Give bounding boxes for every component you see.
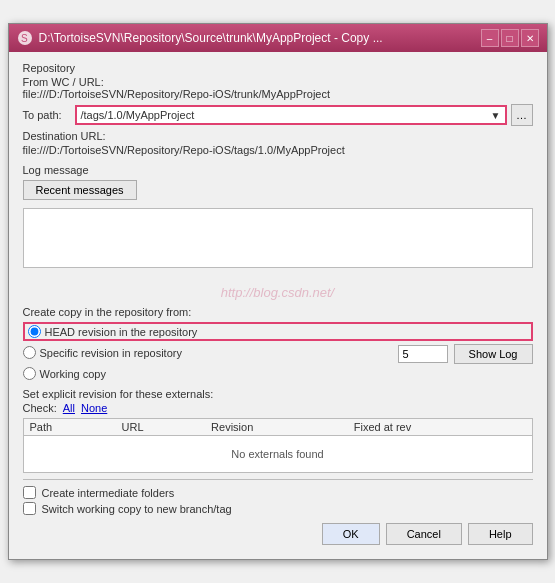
head-revision-row: HEAD revision in the repository: [23, 322, 533, 341]
working-copy-row: Working copy: [23, 367, 533, 380]
col-fixed-at-rev: Fixed at rev: [348, 419, 532, 436]
ok-button[interactable]: OK: [322, 523, 380, 545]
title-controls: – □ ✕: [481, 29, 539, 47]
main-window: S D:\TortoiseSVN\Repository\Source\trunk…: [8, 23, 548, 560]
externals-section: Set explicit revision for these external…: [23, 388, 533, 473]
revision-input[interactable]: 5: [398, 345, 448, 363]
head-revision-radio[interactable]: [28, 325, 41, 338]
separator: [23, 479, 533, 480]
create-intermediate-row: Create intermediate folders: [23, 486, 533, 499]
create-intermediate-label: Create intermediate folders: [42, 487, 175, 499]
copy-from-label: Create copy in the repository from:: [23, 306, 533, 318]
to-path-row: To path: /tags/1.0/MyAppProject ▼ …: [23, 104, 533, 126]
log-message-label: Log message: [23, 164, 533, 176]
no-externals-row: No externals found: [23, 436, 532, 473]
log-message-section: Log message Recent messages: [23, 164, 533, 271]
recent-messages-button[interactable]: Recent messages: [23, 180, 137, 200]
no-externals-text: No externals found: [23, 436, 532, 473]
check-row: Check: All None: [23, 402, 533, 414]
help-button[interactable]: Help: [468, 523, 533, 545]
close-button[interactable]: ✕: [521, 29, 539, 47]
from-wc-url-label: From WC / URL:: [23, 76, 533, 88]
title-bar: S D:\TortoiseSVN\Repository\Source\trunk…: [9, 24, 547, 52]
create-intermediate-checkbox[interactable]: [23, 486, 36, 499]
browse-button[interactable]: …: [511, 104, 533, 126]
destination-url-value: file:///D:/TortoiseSVN/Repository/Repo-i…: [23, 144, 533, 156]
switch-working-label: Switch working copy to new branch/tag: [42, 503, 232, 515]
cancel-button[interactable]: Cancel: [386, 523, 462, 545]
minimize-button[interactable]: –: [481, 29, 499, 47]
externals-table: Path URL Revision Fixed at rev No extern…: [23, 418, 533, 473]
to-path-value: /tags/1.0/MyAppProject: [81, 109, 195, 121]
watermark: http://blog.csdn.net/: [23, 279, 533, 306]
check-label: Check:: [23, 402, 57, 414]
bottom-checkboxes: Create intermediate folders Switch worki…: [23, 486, 533, 515]
log-message-textarea[interactable]: [23, 208, 533, 268]
window-title: D:\TortoiseSVN\Repository\Source\trunk\M…: [39, 31, 383, 45]
specific-revision-row: Specific revision in repository: [23, 346, 182, 359]
switch-working-checkbox[interactable]: [23, 502, 36, 515]
switch-working-row: Switch working copy to new branch/tag: [23, 502, 533, 515]
col-path: Path: [23, 419, 116, 436]
working-copy-label: Working copy: [40, 368, 106, 380]
destination-url-label: Destination URL:: [23, 130, 533, 142]
specific-revision-radio[interactable]: [23, 346, 36, 359]
dialog-buttons: OK Cancel Help: [23, 523, 533, 549]
col-revision: Revision: [205, 419, 348, 436]
externals-label: Set explicit revision for these external…: [23, 388, 533, 400]
svg-text:S: S: [21, 33, 28, 44]
none-link[interactable]: None: [81, 402, 107, 414]
show-log-button[interactable]: Show Log: [454, 344, 533, 364]
all-link[interactable]: All: [63, 402, 75, 414]
head-revision-label: HEAD revision in the repository: [45, 326, 198, 338]
copy-from-section: Create copy in the repository from: HEAD…: [23, 306, 533, 380]
dialog-content: Repository From WC / URL: file:///D:/Tor…: [9, 52, 547, 559]
from-url-value: file:///D:/TortoiseSVN/Repository/Repo-i…: [23, 88, 533, 100]
title-bar-left: S D:\TortoiseSVN\Repository\Source\trunk…: [17, 30, 383, 46]
maximize-button[interactable]: □: [501, 29, 519, 47]
combo-arrow-icon: ▼: [491, 110, 501, 121]
repository-label: Repository: [23, 62, 533, 74]
title-icon: S: [17, 30, 33, 46]
working-copy-radio[interactable]: [23, 367, 36, 380]
specific-revision-label: Specific revision in repository: [40, 347, 182, 359]
col-url: URL: [116, 419, 206, 436]
to-path-combo[interactable]: /tags/1.0/MyAppProject ▼: [75, 105, 507, 125]
to-path-label: To path:: [23, 109, 71, 121]
